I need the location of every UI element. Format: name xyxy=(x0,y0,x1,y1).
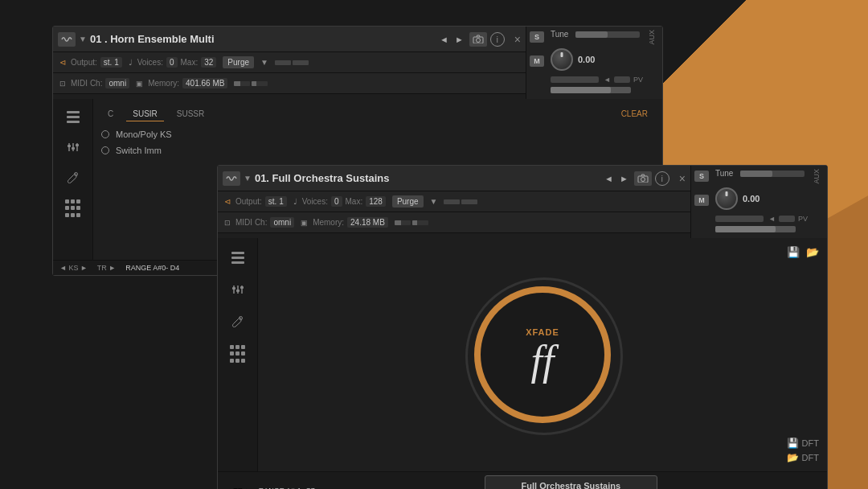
front-header-arrow: ▼ xyxy=(244,174,252,183)
front-slider-3[interactable] xyxy=(779,216,795,222)
front-slider-2[interactable] xyxy=(715,216,764,222)
svg-rect-3 xyxy=(68,145,71,147)
back-radio-2[interactable] xyxy=(101,146,109,154)
back-nav-prev[interactable]: ◄ xyxy=(437,34,451,45)
front-close-btn[interactable]: × xyxy=(679,172,686,185)
front-dft-1: DFT xyxy=(802,438,819,448)
back-tune-label: Tune xyxy=(551,30,568,45)
back-level-bars xyxy=(275,60,309,65)
back-header-arrow: ▼ xyxy=(79,35,87,43)
front-info-center: Full Orchestra Sustains COLLECTION 1.1 /… xyxy=(321,475,821,489)
back-option-2: Switch Imm xyxy=(101,146,654,155)
front-nav-prev[interactable]: ◄ xyxy=(602,173,616,184)
front-tr-label[interactable]: ◄ TR ► xyxy=(224,487,252,490)
front-midi-item: ⊡ MIDI Ch: omni xyxy=(224,217,294,228)
front-subheader-1: ⊲ Output: st. 1 ♩ Voices: 0 Max: 128 Pur… xyxy=(218,191,690,212)
front-sidebar-sliders-icon[interactable] xyxy=(228,280,248,299)
front-midi-value[interactable]: omni xyxy=(270,217,294,228)
back-m-btn[interactable]: M xyxy=(530,55,544,67)
front-master-slider[interactable] xyxy=(715,226,796,232)
front-bottom-row: ◄ PV xyxy=(712,213,824,224)
svg-rect-16 xyxy=(240,286,244,289)
front-sidebar-bars-icon[interactable] xyxy=(228,248,248,267)
back-output-value[interactable]: st. 1 xyxy=(100,57,122,68)
front-nav-buttons[interactable]: ◄ ► xyxy=(602,173,631,184)
back-sidebar-grid-icon[interactable] xyxy=(63,199,83,218)
front-xfade-ring[interactable]: XFADE ff xyxy=(474,286,611,423)
front-info-btn[interactable]: i xyxy=(655,171,669,186)
front-main-content: XFADE ff 💾 📂 💾 DFT 📂 DFT xyxy=(218,238,827,471)
back-tab-susir[interactable]: SUSIR xyxy=(126,107,164,121)
back-option-label-2: Switch Imm xyxy=(116,146,162,155)
front-folder-icon[interactable]: 📂 xyxy=(806,246,819,258)
front-tune-knob[interactable] xyxy=(715,187,738,210)
front-slider-label: ◄ xyxy=(768,215,776,223)
front-sidebar xyxy=(218,238,258,471)
svg-rect-5 xyxy=(72,147,75,150)
front-sidebar-grid-icon[interactable] xyxy=(228,344,248,364)
front-memory-label: Memory: xyxy=(313,218,344,227)
back-max-label: Max: xyxy=(181,58,199,67)
back-pv-text: PV xyxy=(633,76,643,84)
front-m-btn[interactable]: M xyxy=(694,195,709,206)
back-subheader-2: ⊡ MIDI Ch: omni ▣ Memory: 401.66 MB xyxy=(53,73,526,94)
back-memory-value: 401.66 MB xyxy=(182,78,227,88)
back-tune-section: Tune AUX 0.00 ◄ PV xyxy=(547,30,659,95)
back-nav-next[interactable]: ► xyxy=(452,34,466,45)
panel-front: ▼ 01. Full Orchestra Sustains ◄ ► i × xyxy=(217,165,828,489)
back-sidebar-wrench-icon[interactable] xyxy=(63,168,83,187)
front-nav-next[interactable]: ► xyxy=(617,173,631,184)
back-s-btn[interactable]: S xyxy=(530,31,544,43)
front-output-value[interactable]: st. 1 xyxy=(265,196,287,207)
front-purge-btn[interactable]: Purge xyxy=(392,195,424,208)
front-s-btn[interactable]: S xyxy=(694,171,709,182)
back-nav-buttons[interactable]: ◄ ► xyxy=(437,34,466,45)
front-save-icons: 💾 📂 xyxy=(787,246,819,258)
front-max-value: 128 xyxy=(366,196,386,207)
front-camera-btn[interactable] xyxy=(634,171,652,186)
back-aux-text: AUX xyxy=(648,30,656,45)
front-voices-label: Voices: xyxy=(302,197,328,206)
front-panel-header: ▼ 01. Full Orchestra Sustains ◄ ► i × xyxy=(218,166,690,191)
front-panel-title: 01. Full Orchestra Sustains xyxy=(255,172,599,184)
back-slider-2[interactable] xyxy=(551,76,599,83)
front-save-icon[interactable]: 💾 xyxy=(787,246,800,258)
back-sidebar-sliders-icon[interactable] xyxy=(63,138,83,157)
svg-rect-7 xyxy=(76,144,79,146)
back-purge-btn[interactable]: Purge xyxy=(223,56,254,68)
back-radio-1[interactable] xyxy=(101,130,109,138)
back-close-btn[interactable]: × xyxy=(514,33,521,46)
back-tune-value: 0.00 xyxy=(578,55,595,64)
svg-rect-14 xyxy=(236,290,240,292)
back-memory-label: Memory: xyxy=(148,79,179,88)
front-level-bars xyxy=(444,199,477,204)
back-right-section: S M Tune AUX 0.00 ◄ xyxy=(526,27,662,99)
back-tune-slider[interactable] xyxy=(575,31,640,38)
back-output-item: ⊲ Output: st. 1 xyxy=(59,57,122,68)
back-ks-label[interactable]: ◄ KS ► xyxy=(59,264,88,272)
front-meters xyxy=(395,220,428,225)
front-sidebar-wrench-icon[interactable] xyxy=(228,312,248,331)
back-camera-btn[interactable] xyxy=(469,32,487,47)
front-xfade-knob-container[interactable]: XFADE ff xyxy=(470,282,615,427)
front-tune-section: Tune AUX 0.00 ◄ PV xyxy=(712,169,824,234)
front-right-section: S M Tune AUX 0.00 ◄ xyxy=(690,166,827,238)
front-tune-slider[interactable] xyxy=(740,171,805,177)
back-tab-sussr[interactable]: SUSSR xyxy=(170,107,211,121)
front-info-box: Full Orchestra Sustains COLLECTION 1.1 /… xyxy=(485,475,658,489)
back-tr-label[interactable]: TR ► xyxy=(97,264,116,272)
back-midi-label: MIDI Ch: xyxy=(71,79,102,88)
back-tab-clear[interactable]: CLEAR xyxy=(615,107,654,121)
back-tune-knob[interactable] xyxy=(551,48,573,71)
back-tab-c[interactable]: C xyxy=(101,107,120,121)
svg-point-10 xyxy=(641,178,645,182)
front-dft-section: 💾 DFT 📂 DFT xyxy=(787,438,819,463)
back-sidebar-bars-icon[interactable] xyxy=(63,107,83,126)
front-voices-item: ♩ Voices: 0 Max: 128 xyxy=(293,196,386,207)
back-master-slider[interactable] xyxy=(551,87,631,93)
back-midi-value[interactable]: omni xyxy=(105,78,129,88)
back-info-btn[interactable]: i xyxy=(490,32,505,47)
back-midi-item: ⊡ MIDI Ch: omni xyxy=(59,78,129,88)
front-output-label: Output: xyxy=(235,197,262,206)
back-slider-3[interactable] xyxy=(614,76,630,83)
